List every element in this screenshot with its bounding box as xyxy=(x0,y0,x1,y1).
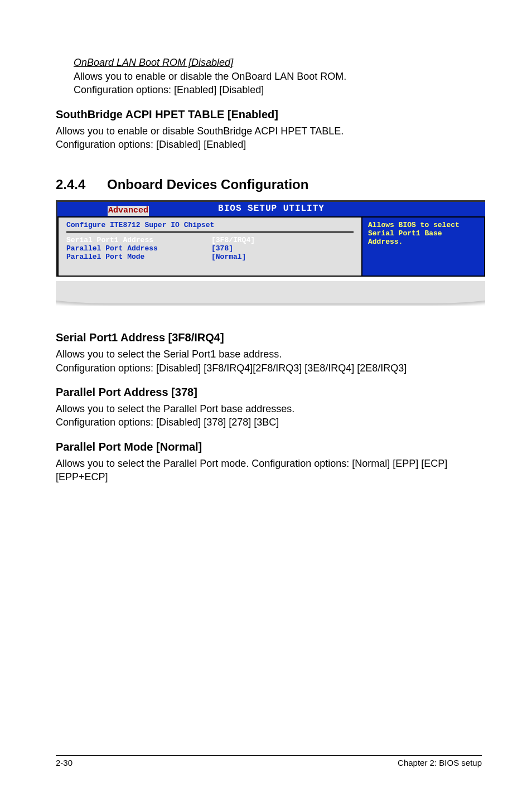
bios-curve-decoration xyxy=(56,281,485,306)
section-number: 2.4.4 xyxy=(56,177,107,192)
parallel-addr-heading: Parallel Port Address [378] xyxy=(56,386,482,399)
serial-heading: Serial Port1 Address [3F8/IRQ4] xyxy=(56,331,482,344)
onboard-lan-line2: Configuration options: [Enabled] [Disabl… xyxy=(74,83,482,96)
bios-row-label: Serial Port1 Address xyxy=(66,236,211,244)
parallel-addr-line2: Configuration options: [Disabled] [378] … xyxy=(56,416,482,429)
bios-row-label: Parallel Port Address xyxy=(66,244,211,253)
bios-help-text: Allows BIOS to select Serial Port1 Base … xyxy=(368,221,460,246)
bios-panel-heading: Configure ITE8712 Super IO Chipset xyxy=(66,221,354,233)
bios-panel: BIOS SETUP UTILITY Advanced Configure IT… xyxy=(56,200,485,277)
parallel-mode-heading: Parallel Port Mode [Normal] xyxy=(56,441,482,453)
bios-main-pane: Configure ITE8712 Super IO Chipset Seria… xyxy=(57,216,362,277)
parallel-mode-line1: Allows you to select the Parallel Port m… xyxy=(56,457,482,484)
southbridge-line1: Allows you to enable or disable SouthBri… xyxy=(56,124,482,138)
onboard-lan-line1: Allows you to enable or disable the OnBo… xyxy=(74,70,482,83)
serial-line2: Configuration options: [Disabled] [3F8/I… xyxy=(56,361,482,375)
bios-row-parallel-address[interactable]: Parallel Port Address [378] xyxy=(66,244,354,253)
section-title: Onboard Devices Configuration xyxy=(107,177,308,192)
bios-help-pane: Allows BIOS to select Serial Port1 Base … xyxy=(362,216,485,277)
bios-row-value: [3F8/IRQ4] xyxy=(211,236,255,244)
parallel-addr-line1: Allows you to select the Parallel Port b… xyxy=(56,402,482,416)
southbridge-heading: SouthBridge ACPI HPET TABLE [Enabled] xyxy=(56,108,482,121)
bios-row-value: [Normal] xyxy=(211,253,246,261)
serial-line1: Allows you to select the Serial Port1 ba… xyxy=(56,347,482,361)
southbridge-line2: Configuration options: [Disabled] [Enabl… xyxy=(56,138,482,151)
bios-row-label: Parallel Port Mode xyxy=(66,253,211,261)
bios-row-parallel-mode[interactable]: Parallel Port Mode [Normal] xyxy=(66,253,354,261)
bios-row-serial-port1[interactable]: Serial Port1 Address [3F8/IRQ4] xyxy=(66,236,354,244)
bios-tab-advanced[interactable]: Advanced xyxy=(108,206,149,216)
footer-chapter: Chapter 2: BIOS setup xyxy=(398,758,482,767)
onboard-lan-heading: OnBoard LAN Boot ROM [Disabled] xyxy=(74,56,482,70)
footer-page-number: 2-30 xyxy=(56,758,72,767)
bios-title: BIOS SETUP UTILITY xyxy=(218,204,325,214)
bios-row-value: [378] xyxy=(211,244,233,253)
